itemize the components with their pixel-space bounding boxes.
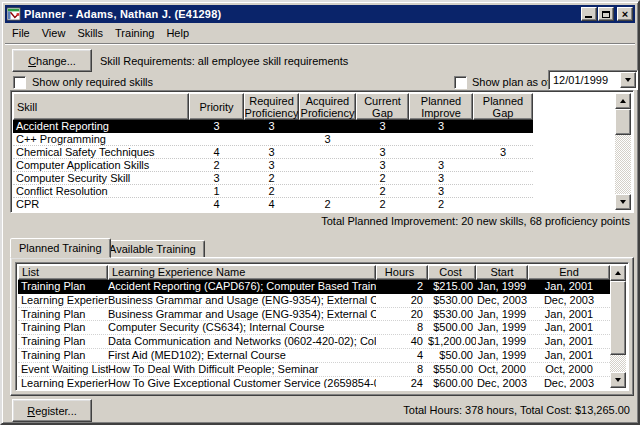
priority-cell: 4 [189,198,244,210]
required-proficiency-cell: 3 [244,146,299,158]
acquired-proficiency-cell [299,120,356,132]
training-table-scrollbar[interactable] [610,265,626,388]
scroll-up-button[interactable] [610,265,626,281]
column-header-start[interactable]: Start [476,265,528,280]
current-gap-cell: 2 [356,172,409,184]
priority-cell: 3 [189,172,244,184]
column-header-required-proficiency[interactable]: Required Proficiency [244,93,299,120]
maximize-icon [602,11,610,18]
skills-table-row[interactable]: CPR 4 4 2 2 2 [13,198,533,210]
cost-cell: $530.00 [428,294,476,307]
learning-experience-name-cell: Business Grammar and Usage (ENG-9354); E… [108,294,376,307]
tab-available-training[interactable]: Available Training [100,240,205,258]
scroll-up-button[interactable] [615,93,631,109]
minimize-button[interactable] [581,7,597,21]
column-header-hours[interactable]: Hours [376,265,428,280]
column-header-planned-gap[interactable]: Planned Gap [473,93,533,120]
planned-improve-cell [409,133,473,145]
column-header-current-gap[interactable]: Current Gap [356,93,409,120]
tab-planned-training[interactable]: Planned Training [10,238,111,258]
end-cell: Jan, 2001 [528,321,610,334]
menu-training[interactable]: Training [109,25,160,41]
column-header-learning-experience-name[interactable]: Learning Experience Name [108,265,376,280]
skills-table-row[interactable]: Conflict Resolution 1 2 2 3 [13,185,533,198]
cost-cell: $600.00 [428,377,476,388]
required-proficiency-cell: 2 [244,172,299,184]
planner-app-icon[interactable] [7,7,21,21]
skills-table-row[interactable]: C++ Programming 3 [13,133,533,146]
current-gap-cell: 2 [356,185,409,197]
plan-date-combobox[interactable]: 12/01/1999 [548,70,638,90]
plan-date-value[interactable]: 12/01/1999 [549,74,620,86]
list-cell: Training Plan [18,280,108,293]
list-cell: Learning Experience W [18,377,108,388]
column-header-end[interactable]: End [528,265,610,280]
required-proficiency-cell: 4 [244,198,299,210]
scroll-up-icon [615,271,621,275]
column-header-list[interactable]: List [18,265,108,280]
hours-cell: 2 [376,280,428,293]
hours-cell: 8 [376,321,428,334]
menu-file[interactable]: File [6,25,36,41]
window-title: Planner - Adams, Nathan J. (E41298) [24,8,580,20]
skill-name-cell: Chemical Safety Techniques [13,146,189,158]
skills-table-row[interactable]: Accident Reporting 3 3 3 3 [13,120,533,133]
list-cell: Training Plan [18,321,108,334]
training-table-row[interactable]: Event Waiting List How To Deal With Diff… [18,363,610,377]
start-cell: Jan, 1999 [476,335,528,348]
menu-help[interactable]: Help [160,25,195,41]
plan-date-dropdown-button[interactable] [620,72,636,88]
show-plan-as-of-checkbox[interactable] [454,76,467,89]
acquired-proficiency-cell: 3 [299,133,356,145]
column-header-planned-improve[interactable]: Planned Improve [409,93,473,120]
training-table-row[interactable]: Learning Experience W How To Give Except… [18,377,610,388]
column-header-cost[interactable]: Cost [428,265,476,280]
show-only-required-checkbox[interactable] [13,76,26,89]
training-table-row[interactable]: Training Plan Data Communication and Net… [18,335,610,349]
column-header-skill[interactable]: Skill [13,93,189,120]
hours-cell: 24 [376,377,428,388]
planned-improve-cell [409,146,473,158]
scroll-down-button[interactable] [610,372,626,388]
training-table-row[interactable]: Training Plan Business Grammar and Usage… [18,308,610,322]
acquired-proficiency-cell [299,146,356,158]
list-cell: Training Plan [18,308,108,321]
skill-name-cell: Computer Security Skill [13,172,189,184]
skills-table-row[interactable]: Chemical Safety Techniques 4 3 3 3 [13,146,533,159]
show-only-required-label[interactable]: Show only required skills [32,76,153,88]
cost-cell: $530.00 [428,308,476,321]
skills-table-row[interactable]: Computer Security Skill 3 2 2 3 [13,172,533,185]
training-table-row[interactable]: Learning Experience W Business Grammar a… [18,294,610,308]
column-header-priority[interactable]: Priority [189,93,244,120]
close-button[interactable]: × [617,7,633,21]
planned-improve-cell: 2 [409,198,473,210]
planned-improve-cell: 3 [409,159,473,171]
titlebar[interactable]: Planner - Adams, Nathan J. (E41298) × [5,5,635,23]
training-table-row[interactable]: Training Plan Computer Security (CS634);… [18,321,610,335]
skill-name-cell: CPR [13,198,189,210]
skills-table-scrollbar[interactable] [615,93,631,210]
start-cell: Jan, 1999 [476,321,528,334]
change-button[interactable]: Change... [12,49,92,72]
priority-cell: 4 [189,146,244,158]
menu-skills[interactable]: Skills [71,25,109,41]
scrollbar-thumb[interactable] [610,281,626,355]
scrollbar-thumb[interactable] [615,109,631,135]
show-plan-as-of-label[interactable]: Show plan as of [472,76,550,88]
required-proficiency-cell: 3 [244,120,299,132]
maximize-button[interactable] [598,7,614,21]
cost-cell: $550.00 [428,363,476,376]
menu-view[interactable]: View [36,25,72,41]
scroll-down-button[interactable] [615,194,631,210]
register-button[interactable]: Register... [12,399,92,422]
hours-cell: 20 [376,294,428,307]
scroll-down-icon [615,378,621,382]
column-header-acquired-proficiency[interactable]: Acquired Proficiency [299,93,356,120]
start-cell: Dec, 2003 [476,294,528,307]
skill-name-cell: C++ Programming [13,133,189,145]
training-table-row[interactable]: Training Plan First Aid (MED102); Extern… [18,349,610,363]
training-table-row[interactable]: Training Plan Accident Reporting (CAPD67… [18,280,610,294]
skills-table-row[interactable]: Computer Application Skills 2 3 3 3 [13,159,533,172]
training-table-body: Training Plan Accident Reporting (CAPD67… [18,280,610,388]
start-cell: Jan, 1999 [476,280,528,293]
